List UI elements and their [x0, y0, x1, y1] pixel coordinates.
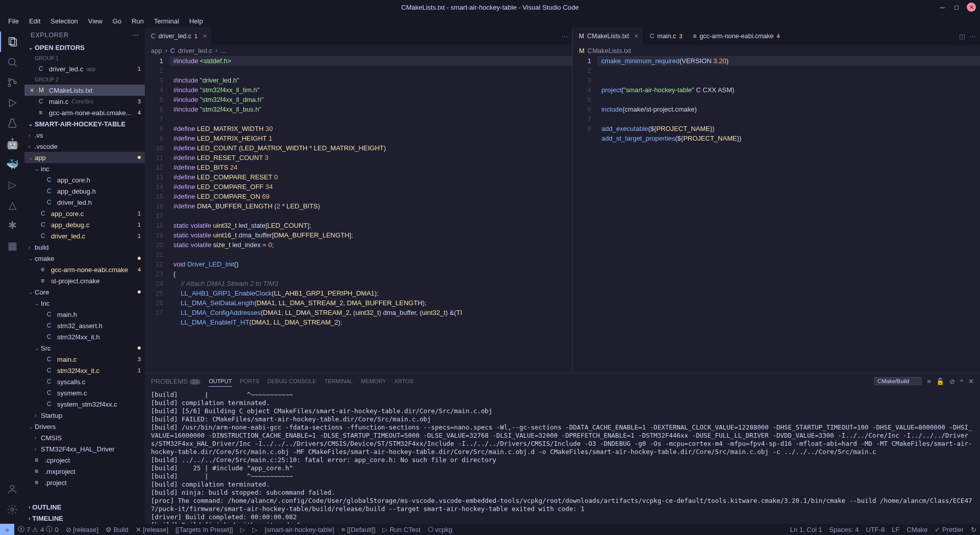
file-item[interactable]: Cdriver_led.c1 — [24, 230, 145, 242]
accounts-icon[interactable] — [0, 479, 24, 499]
close-tab-icon[interactable]: ✕ — [634, 33, 639, 40]
status-release2[interactable]: ✕ [release] — [132, 524, 172, 535]
folder-item[interactable]: ⌄inc — [24, 163, 145, 174]
open-editor-item[interactable]: Cmain.cCore/Src3 — [24, 96, 145, 107]
code-area-right[interactable]: 12345678 cmake_minimum_required(VERSION … — [573, 56, 980, 373]
folder-item[interactable]: ›build — [24, 242, 145, 253]
open-editor-item[interactable]: Cdriver_led.capp1 — [24, 63, 145, 74]
status-encoding[interactable]: UTF-8 — [862, 524, 888, 535]
menu-file[interactable]: File — [4, 16, 23, 26]
tab-gcc-cmake[interactable]: ≡ gcc-arm-none-eabi.cmake 4 — [687, 28, 784, 45]
status-vcpkg[interactable]: ⎔ vcpkg — [424, 524, 456, 535]
menu-edit[interactable]: Edit — [25, 16, 44, 26]
docker-icon[interactable]: 🐳 — [0, 154, 24, 174]
status-cursor[interactable]: Ln 1, Col 1 — [787, 524, 826, 535]
file-item[interactable]: Csyscalls.c — [24, 376, 145, 387]
menu-go[interactable]: Go — [109, 16, 125, 26]
status-feedback[interactable]: ↻ — [967, 524, 980, 535]
cmake-icon[interactable]: △ — [0, 195, 24, 215]
minimize-icon[interactable]: ─ — [938, 3, 946, 11]
folder-item[interactable]: ›.vs — [24, 129, 145, 141]
outline-header[interactable]: ›OUTLINE — [24, 501, 145, 513]
file-item[interactable]: Capp_debug.c1 — [24, 219, 145, 230]
folder-item[interactable]: ›STM32F4xx_HAL_Driver — [24, 443, 145, 454]
menu-selection[interactable]: Selection — [46, 16, 82, 26]
file-item[interactable]: Cstm32f4xx_it.h — [24, 331, 145, 342]
split-icon[interactable]: ◫ — [959, 33, 965, 40]
explorer-icon[interactable] — [0, 32, 24, 52]
menu-run[interactable]: Run — [127, 16, 148, 26]
file-item[interactable]: Cmain.h — [24, 309, 145, 320]
folder-item[interactable]: ⌄app — [24, 152, 145, 163]
status-ctest[interactable]: ▷ Run CTest — [379, 524, 424, 535]
remote-icon[interactable]: ⟐ — [0, 524, 14, 535]
status-release1[interactable]: ⊘ [release] — [62, 524, 102, 535]
more-icon[interactable]: ⋯ — [132, 31, 139, 39]
code-area-left[interactable]: 1234567891011121314151617181920212223242… — [145, 56, 572, 373]
status-launch[interactable]: ▷ — [249, 524, 261, 535]
play-icon[interactable]: ▷ — [0, 174, 24, 195]
breadcrumb-right[interactable]: M CMakeLists.txt — [573, 45, 980, 56]
status-target[interactable]: [smart-air-hockey-table] — [261, 524, 338, 535]
tab-main-c[interactable]: C main.c 3 — [643, 28, 687, 45]
terminal-output[interactable]: [build] | ^~~~~~~~~~~~ [build] compilati… — [145, 389, 980, 524]
status-eol[interactable]: LF — [888, 524, 903, 535]
file-item[interactable]: Cmain.c3 — [24, 354, 145, 365]
panel-debug-console[interactable]: DEBUG CONSOLE — [267, 376, 316, 386]
file-item[interactable]: ≡.mxproject — [24, 466, 145, 477]
panel-output[interactable]: OUTPUT — [209, 376, 231, 387]
panel-memory[interactable]: MEMORY — [361, 376, 386, 386]
menu-terminal[interactable]: Terminal — [150, 16, 183, 26]
panel-problems[interactable]: PROBLEMS11 — [151, 376, 200, 387]
clear-icon[interactable]: ⊘ — [949, 378, 955, 385]
folder-item[interactable]: ⌄Drivers — [24, 421, 145, 432]
panel-xrtos[interactable]: XRTOS — [394, 376, 414, 386]
file-item[interactable]: ≡.cproject — [24, 454, 145, 466]
maximize-panel-icon[interactable]: ^ — [960, 378, 963, 385]
folder-item[interactable]: ⌄Core — [24, 286, 145, 298]
timeline-header[interactable]: ›TIMELINE — [24, 513, 145, 524]
maximize-icon[interactable]: □ — [952, 3, 961, 11]
close-tab-icon[interactable]: ✕ — [202, 33, 208, 40]
file-item[interactable]: Csysmem.c — [24, 387, 145, 398]
file-item[interactable]: Cdriver_led.h — [24, 197, 145, 208]
open-editors-header[interactable]: ⌄OPEN EDITORS — [24, 42, 145, 53]
folder-item[interactable]: ⌄cmake — [24, 253, 145, 264]
panel-terminal[interactable]: TERMINAL — [324, 376, 353, 386]
file-item[interactable]: ≡.project — [24, 477, 145, 488]
menu-view[interactable]: View — [84, 16, 107, 26]
tab-driver-led[interactable]: C driver_led.c 1 ✕ — [145, 28, 212, 45]
file-item[interactable]: Cstm32f4xx_it.c1 — [24, 365, 145, 376]
file-item[interactable]: Capp_core.h — [24, 174, 145, 185]
output-channel-select[interactable]: CMake/Build — [874, 377, 922, 385]
panel-ports[interactable]: PORTS — [240, 376, 260, 386]
chip-icon[interactable]: ▦ — [0, 235, 24, 256]
status-errors[interactable]: ⓧ 7 ⚠ 4 ⓘ 0 — [14, 524, 62, 535]
close-icon[interactable]: ✕ — [967, 3, 976, 12]
file-item[interactable]: ≡gcc-arm-none-eabi.cmake4 — [24, 264, 145, 275]
settings-icon[interactable] — [0, 499, 24, 520]
folder-item[interactable]: ›Startup — [24, 410, 145, 421]
menu-help[interactable]: Help — [185, 16, 207, 26]
folder-item[interactable]: ⌄Src — [24, 342, 145, 354]
folder-item[interactable]: ›.vscode — [24, 141, 145, 152]
run-debug-icon[interactable] — [0, 93, 24, 113]
search-icon[interactable] — [0, 52, 24, 72]
tab-cmakelists[interactable]: M CMakeLists.txt ✕ — [573, 28, 643, 45]
more-icon[interactable]: ⋯ — [561, 33, 568, 40]
status-build[interactable]: ⚙ Build — [102, 524, 132, 535]
code-content-left[interactable]: #include <stddef.h> #include "driver_led… — [169, 56, 572, 373]
folder-item[interactable]: ›CMSIS — [24, 432, 145, 443]
status-debug[interactable]: ▷ — [237, 524, 249, 535]
close-icon[interactable]: ✕ — [30, 87, 34, 94]
file-item[interactable]: Capp_core.c1 — [24, 208, 145, 219]
open-editor-item[interactable]: ✕MCMakeLists.txt — [24, 85, 145, 96]
close-panel-icon[interactable]: ✕ — [968, 378, 974, 385]
status-prettier[interactable]: ✓ Prettier — [931, 524, 967, 535]
status-lang[interactable]: CMake — [903, 524, 931, 535]
file-item[interactable]: Capp_debug.h — [24, 185, 145, 197]
more-icon[interactable]: ⋯ — [969, 33, 976, 40]
status-default[interactable]: ≡ [[Default]] — [338, 524, 379, 535]
testing-icon[interactable] — [0, 113, 24, 133]
source-control-icon[interactable] — [0, 72, 24, 93]
